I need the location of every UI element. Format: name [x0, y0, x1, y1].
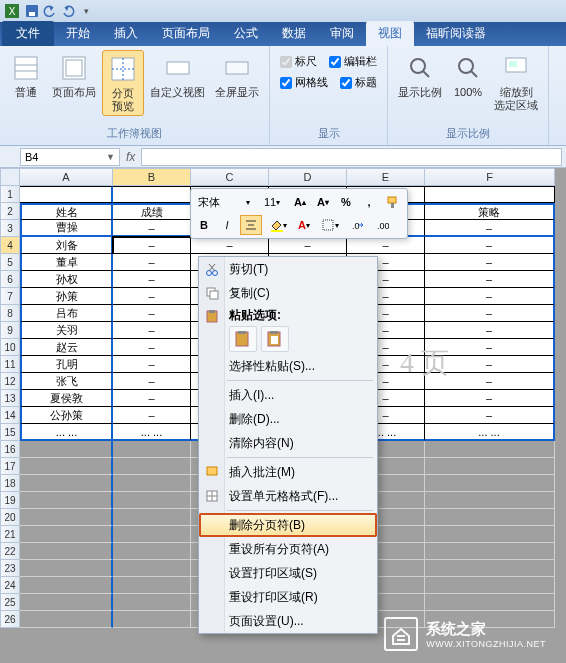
decrease-decimal-button[interactable]: .0: [346, 215, 368, 235]
undo-icon[interactable]: [42, 3, 58, 19]
row-header-21[interactable]: 21: [0, 526, 20, 543]
pagebreak-preview-button[interactable]: 分页 预览: [102, 50, 144, 116]
cell-A16[interactable]: [20, 441, 113, 458]
tab-pagelayout[interactable]: 页面布局: [150, 21, 222, 46]
cell-F12[interactable]: –: [425, 373, 555, 390]
tab-home[interactable]: 开始: [54, 21, 102, 46]
cell-F13[interactable]: –: [425, 390, 555, 407]
cell-F21[interactable]: [425, 526, 555, 543]
cell-A4[interactable]: 刘备: [20, 237, 113, 254]
cell-F7[interactable]: –: [425, 288, 555, 305]
row-header-24[interactable]: 24: [0, 577, 20, 594]
name-box[interactable]: B4▼: [20, 148, 120, 166]
cell-B1[interactable]: [113, 186, 191, 203]
tab-formulas[interactable]: 公式: [222, 21, 270, 46]
row-header-1[interactable]: 1: [0, 186, 20, 203]
row-header-13[interactable]: 13: [0, 390, 20, 407]
ruler-checkbox[interactable]: 标尺: [280, 54, 317, 69]
redo-icon[interactable]: [60, 3, 76, 19]
cell-B25[interactable]: [113, 594, 191, 611]
col-header-D[interactable]: D: [269, 168, 347, 186]
increase-decimal-button[interactable]: .00: [371, 215, 393, 235]
col-header-E[interactable]: E: [347, 168, 425, 186]
file-tab[interactable]: 文件: [2, 21, 54, 46]
cell-F3[interactable]: –: [425, 220, 555, 237]
format-painter-button[interactable]: [382, 192, 404, 212]
row-header-10[interactable]: 10: [0, 339, 20, 356]
cell-A19[interactable]: [20, 492, 113, 509]
row-header-12[interactable]: 12: [0, 373, 20, 390]
cell-B26[interactable]: [113, 611, 191, 628]
cell-A7[interactable]: 孙策: [20, 288, 113, 305]
italic-button[interactable]: I: [217, 215, 237, 235]
paste-option-1[interactable]: [229, 326, 257, 352]
cell-B10[interactable]: –: [113, 339, 191, 356]
font-color-button[interactable]: A▾: [294, 215, 314, 235]
row-header-23[interactable]: 23: [0, 560, 20, 577]
cell-A5[interactable]: 董卓: [20, 254, 113, 271]
row-header-18[interactable]: 18: [0, 475, 20, 492]
cm-reset-all-breaks[interactable]: 重设所有分页符(A): [199, 537, 377, 561]
row-header-15[interactable]: 15: [0, 424, 20, 441]
gridlines-checkbox[interactable]: 网格线: [280, 75, 328, 90]
center-align-button[interactable]: [240, 215, 262, 235]
comma-format-button[interactable]: ,: [359, 192, 379, 212]
row-header-11[interactable]: 11: [0, 356, 20, 373]
save-icon[interactable]: [24, 3, 40, 19]
cell-A8[interactable]: 吕布: [20, 305, 113, 322]
cell-C4[interactable]: –: [191, 237, 269, 254]
cell-B24[interactable]: [113, 577, 191, 594]
cell-B11[interactable]: –: [113, 356, 191, 373]
fx-icon[interactable]: fx: [126, 150, 135, 164]
col-header-F[interactable]: F: [425, 168, 555, 186]
cell-B3[interactable]: –: [113, 220, 191, 237]
cell-A15[interactable]: ... ...: [20, 424, 113, 441]
cell-F23[interactable]: [425, 560, 555, 577]
cell-F18[interactable]: [425, 475, 555, 492]
cell-B23[interactable]: [113, 560, 191, 577]
cell-F16[interactable]: [425, 441, 555, 458]
cell-A22[interactable]: [20, 543, 113, 560]
zoom-button[interactable]: 显示比例: [394, 50, 446, 101]
cell-A26[interactable]: [20, 611, 113, 628]
cell-F9[interactable]: –: [425, 322, 555, 339]
bold-button[interactable]: B: [194, 215, 214, 235]
cm-reset-print-area[interactable]: 重设打印区域(R): [199, 585, 377, 609]
col-header-B[interactable]: B: [113, 168, 191, 186]
row-header-22[interactable]: 22: [0, 543, 20, 560]
cm-set-print-area[interactable]: 设置打印区域(S): [199, 561, 377, 585]
row-header-5[interactable]: 5: [0, 254, 20, 271]
fullscreen-button[interactable]: 全屏显示: [211, 50, 263, 101]
tab-view[interactable]: 视图: [366, 21, 414, 46]
cell-F14[interactable]: –: [425, 407, 555, 424]
row-header-25[interactable]: 25: [0, 594, 20, 611]
col-header-A[interactable]: A: [20, 168, 113, 186]
cell-B19[interactable]: [113, 492, 191, 509]
cell-F5[interactable]: –: [425, 254, 555, 271]
cell-B17[interactable]: [113, 458, 191, 475]
cm-format-cells[interactable]: 设置单元格格式(F)...: [199, 484, 377, 508]
cm-copy[interactable]: 复制(C): [199, 281, 377, 305]
cell-A17[interactable]: [20, 458, 113, 475]
cell-F20[interactable]: [425, 509, 555, 526]
row-header-9[interactable]: 9: [0, 322, 20, 339]
col-header-C[interactable]: C: [191, 168, 269, 186]
custom-view-button[interactable]: 自定义视图: [146, 50, 209, 101]
cell-A14[interactable]: 公孙策: [20, 407, 113, 424]
cell-B14[interactable]: –: [113, 407, 191, 424]
row-header-14[interactable]: 14: [0, 407, 20, 424]
grow-font-button[interactable]: A▴: [290, 192, 310, 212]
font-family-select[interactable]: 宋体 ▾: [194, 192, 254, 212]
borders-button[interactable]: ▾: [317, 215, 343, 235]
row-header-16[interactable]: 16: [0, 441, 20, 458]
zoom-to-selection-button[interactable]: 缩放到 选定区域: [490, 50, 542, 114]
pagelayout-view-button[interactable]: 页面布局: [48, 50, 100, 101]
cell-F1[interactable]: [425, 186, 555, 203]
cell-A21[interactable]: [20, 526, 113, 543]
row-header-3[interactable]: 3: [0, 220, 20, 237]
cm-insert-comment[interactable]: 插入批注(M): [199, 460, 377, 484]
shrink-font-button[interactable]: A▾: [313, 192, 333, 212]
cell-F10[interactable]: –: [425, 339, 555, 356]
qat-dropdown-icon[interactable]: ▾: [78, 3, 94, 19]
tab-insert[interactable]: 插入: [102, 21, 150, 46]
